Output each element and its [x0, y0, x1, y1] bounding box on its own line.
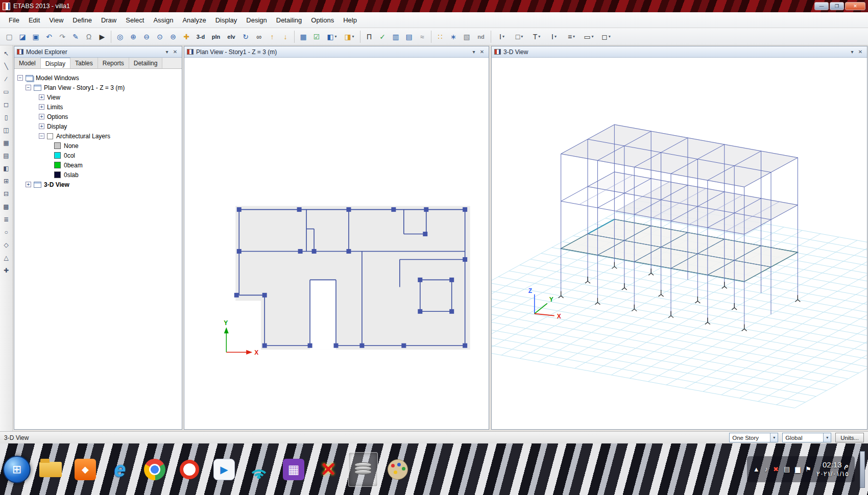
draw-beam-button[interactable]: ≡ ▾ — [563, 30, 580, 43]
expand-toggle-icon[interactable]: + — [39, 104, 44, 110]
menu-edit[interactable]: Edit — [24, 14, 44, 27]
draw-link-icon[interactable]: ≈ — [416, 30, 429, 43]
expand-toggle-icon[interactable]: + — [39, 94, 44, 100]
menu-detailing[interactable]: Detailing — [272, 14, 307, 27]
draw-grid-icon[interactable]: ⊞ — [1, 175, 12, 187]
select-pointer-icon[interactable]: ↖ — [1, 47, 12, 60]
menu-analyze[interactable]: Analyze — [178, 14, 210, 27]
panel-menu-caret-icon[interactable]: ▾ — [848, 49, 856, 55]
view3d-canvas[interactable]: Z Y X — [492, 58, 867, 429]
collapse-toggle-icon[interactable]: − — [26, 85, 31, 90]
menu-design[interactable]: Design — [242, 14, 271, 27]
tray-volume-icon[interactable]: ♪ — [765, 465, 768, 473]
tab-tables[interactable]: Tables — [70, 58, 98, 68]
tray-network-icon[interactable]: ▆ — [795, 465, 800, 473]
tree-layer-none[interactable]: None — [54, 141, 180, 151]
nd-toggle-button[interactable]: nd — [473, 30, 489, 43]
tree-node-architectural-layers[interactable]: − Architectural Layers — [39, 131, 180, 141]
view-3d-button[interactable]: 3-d — [193, 30, 208, 43]
minimize-button[interactable]: ― — [814, 2, 829, 10]
draw-wall-object-button[interactable]: ◻ ▾ — [597, 30, 615, 43]
taskbar-app-explorer[interactable] — [36, 452, 65, 487]
save-icon[interactable]: ▣ — [29, 30, 42, 43]
layers-checkbox[interactable] — [47, 133, 53, 139]
tab-detailing[interactable]: Detailing — [129, 58, 163, 68]
redo-icon[interactable]: ↷ — [56, 30, 69, 43]
menu-define[interactable]: Define — [68, 14, 97, 27]
taskbar-clock[interactable]: 02:13 م ٢٠٢١/٠١/١٥ — [816, 460, 849, 478]
pan-icon[interactable]: ✚ — [180, 30, 193, 43]
layer-color-swatch[interactable] — [54, 142, 61, 149]
expand-toggle-icon[interactable]: + — [26, 182, 31, 187]
rotate-3d-view-icon[interactable]: ↻ — [239, 30, 252, 43]
draw-dimension-icon[interactable]: ≣ — [1, 213, 12, 226]
draw-line-icon[interactable]: ∕ — [1, 72, 12, 85]
measure-tool-icon[interactable]: ✚ — [1, 264, 12, 277]
taskbar-app-media-player[interactable]: ▶ — [209, 452, 239, 487]
draw-diaphragm-icon[interactable]: ◇ — [1, 238, 12, 251]
new-model-icon[interactable]: ▢ — [3, 30, 16, 43]
draw-column-button[interactable]: I ▾ — [545, 30, 563, 43]
zoom-previous-icon[interactable]: ⊜ — [166, 30, 180, 43]
taskbar-app-etabs-active[interactable] — [348, 452, 378, 487]
plan-canvas[interactable]: Y X — [184, 58, 489, 429]
draw-brace-tool-icon[interactable]: △ — [1, 251, 12, 264]
story-dropdown[interactable]: One Story ▾ — [729, 433, 778, 442]
taskbar-app-purple-grid[interactable]: ▦ — [279, 452, 308, 487]
view3d-titlebar[interactable]: 3-D View ▾ ✕ — [492, 46, 867, 58]
collapse-toggle-icon[interactable]: − — [17, 75, 23, 81]
tree-node-options[interactable]: + Options — [39, 112, 180, 121]
set-view-options-button[interactable]: ◧ ▾ — [323, 30, 341, 43]
taskbar-app-opera[interactable] — [175, 452, 204, 487]
coord-system-dropdown[interactable]: Global ▾ — [782, 433, 831, 442]
tray-keyboard-icon[interactable]: ▤ — [784, 465, 790, 473]
rubber-band-zoom-icon[interactable]: ◎ — [113, 30, 127, 43]
plan-view-titlebar[interactable]: Plan View - Story1 - Z = 3 (m) ▾ ✕ — [184, 46, 489, 58]
menu-options[interactable]: Options — [306, 14, 339, 27]
draw-slab-button[interactable]: ▭ ▾ — [580, 30, 597, 43]
start-button[interactable]: ⊞ — [3, 456, 31, 483]
taskbar-app-paint[interactable] — [383, 452, 413, 487]
menu-help[interactable]: Help — [339, 14, 361, 27]
draw-frame-icon[interactable]: Π — [363, 30, 376, 43]
perspective-toggle-icon[interactable]: ∞ — [252, 30, 266, 43]
tab-display[interactable]: Display — [41, 58, 70, 68]
expand-toggle-icon[interactable]: + — [39, 123, 44, 129]
reshape-object-icon[interactable]: ╲ — [1, 60, 12, 72]
panel-menu-caret-icon[interactable]: ▾ — [470, 49, 478, 55]
undo-icon[interactable]: ↶ — [42, 30, 56, 43]
lock-model-icon[interactable]: Ω — [82, 30, 95, 43]
taskbar-app-orange[interactable]: ◆ — [70, 452, 100, 487]
draw-window-icon[interactable]: ▯ — [1, 111, 12, 123]
units-button[interactable]: Units... — [835, 433, 864, 442]
draw-frame-object-button[interactable]: □ ▾ — [511, 30, 528, 43]
plan-view-button[interactable]: pln — [208, 30, 224, 43]
tree-node-plan-view[interactable]: − Plan View - Story1 - Z = 3 (m) — [26, 83, 180, 92]
draw-floor-icon[interactable]: ▥ — [389, 30, 402, 43]
menu-draw[interactable]: Draw — [97, 14, 121, 27]
layer-color-swatch[interactable] — [54, 171, 61, 178]
tree-layer-0beam[interactable]: 0beam — [54, 160, 180, 170]
tree-layer-0col[interactable]: 0col — [54, 151, 180, 160]
draw-tee-button[interactable]: T ▾ — [528, 30, 545, 43]
draw-floor-tool-icon[interactable]: ▦ — [1, 136, 12, 149]
tray-expand-icon[interactable]: ▲ — [753, 465, 760, 473]
snap-to-lines-icon[interactable]: ∗ — [447, 30, 460, 43]
zoom-in-icon[interactable]: ⊕ — [127, 30, 140, 43]
tags-icon[interactable]: ◪ — [16, 30, 29, 43]
taskbar-app-internet-explorer[interactable]: e — [105, 452, 135, 487]
draw-wall-tool-icon[interactable]: ▤ — [1, 149, 12, 162]
draw-rectangle-icon[interactable]: ▭ — [1, 85, 12, 98]
tray-alert-icon[interactable]: ✖ — [773, 465, 779, 473]
snap-to-points-icon[interactable]: ∷ — [433, 30, 447, 43]
menu-display[interactable]: Display — [211, 14, 242, 27]
draw-wall-icon[interactable]: ▤ — [402, 30, 416, 43]
zoom-out-icon[interactable]: ⊖ — [140, 30, 153, 43]
draw-brace-icon[interactable]: ✓ — [376, 30, 389, 43]
taskbar-app-chrome[interactable] — [140, 452, 170, 487]
taskbar-app-wifi-tool[interactable] — [244, 452, 274, 487]
draw-polygon-icon[interactable]: ◻ — [1, 98, 12, 111]
assign-display-button[interactable]: ◨ ▾ — [341, 30, 358, 43]
draw-deck-tool-icon[interactable]: ◧ — [1, 162, 12, 175]
draw-ref-plane-icon[interactable]: ⊟ — [1, 187, 12, 200]
